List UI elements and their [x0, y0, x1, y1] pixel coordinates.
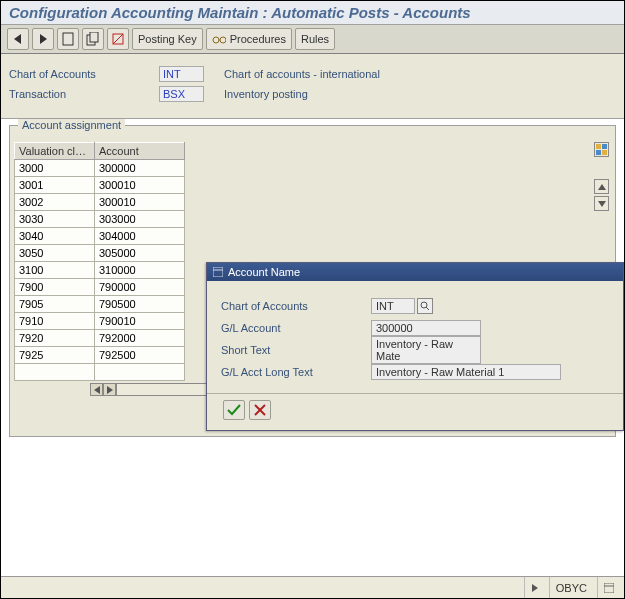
dialog-ok-button[interactable]: [223, 400, 245, 420]
search-help-icon: [420, 301, 430, 311]
cell-account[interactable]: 300010: [95, 194, 185, 211]
dialog-titlebar[interactable]: Account Name: [207, 263, 623, 281]
status-layout[interactable]: [597, 577, 620, 598]
scroll-down-button[interactable]: [594, 196, 609, 211]
dlg-gl-label: G/L Account: [221, 322, 371, 334]
dlg-coa-value[interactable]: INT: [371, 298, 415, 314]
svg-marker-14: [598, 184, 606, 190]
svg-marker-16: [94, 386, 100, 394]
cell-account[interactable]: 790010: [95, 313, 185, 330]
new-entries-button[interactable]: [57, 28, 79, 50]
table-row[interactable]: 3001300010: [15, 177, 185, 194]
table-row[interactable]: 7920792000: [15, 330, 185, 347]
svg-rect-12: [596, 150, 601, 155]
table-row[interactable]: [15, 364, 185, 381]
cell-account[interactable]: 790000: [95, 279, 185, 296]
cell-account[interactable]: 305000: [95, 245, 185, 262]
transaction-desc: Inventory posting: [224, 88, 308, 100]
table-row[interactable]: 3100310000: [15, 262, 185, 279]
grid-config-icon: [596, 144, 607, 155]
triangle-right-icon: [106, 386, 114, 394]
coa-desc: Chart of accounts - international: [224, 68, 380, 80]
table-row[interactable]: 7905790500: [15, 296, 185, 313]
transaction-value: BSX: [159, 86, 204, 102]
table-row[interactable]: 3002300010: [15, 194, 185, 211]
svg-point-7: [213, 37, 219, 43]
cell-account[interactable]: 300000: [95, 160, 185, 177]
triangle-down-icon: [598, 201, 606, 207]
section-title: Account assignment: [18, 119, 125, 131]
prev-button[interactable]: [7, 28, 29, 50]
copy-icon: [86, 32, 100, 46]
svg-point-8: [220, 37, 226, 43]
cell-account[interactable]: 300010: [95, 177, 185, 194]
delete-button[interactable]: [107, 28, 129, 50]
cell-account[interactable]: 304000: [95, 228, 185, 245]
cell-valuation-class[interactable]: 3100: [15, 262, 95, 279]
table-row[interactable]: 3000300000: [15, 160, 185, 177]
svg-marker-0: [14, 34, 21, 44]
svg-rect-10: [596, 144, 601, 149]
triangle-left-icon: [93, 386, 101, 394]
svg-line-6: [113, 34, 123, 44]
toolbar: Posting Key Procedures Rules: [1, 25, 624, 54]
svg-rect-13: [602, 150, 607, 155]
dialog-cancel-button[interactable]: [249, 400, 271, 420]
cell-valuation-class[interactable]: 3002: [15, 194, 95, 211]
table-row[interactable]: 7925792500: [15, 347, 185, 364]
assignment-table[interactable]: Valuation cl… Account 300030000030013000…: [14, 142, 185, 381]
cell-account[interactable]: [95, 364, 185, 381]
cell-valuation-class[interactable]: 7920: [15, 330, 95, 347]
dlg-short-value: Inventory - Raw Mate: [371, 336, 481, 364]
col-valuation-class[interactable]: Valuation cl…: [15, 143, 95, 160]
scroll-up-button[interactable]: [594, 179, 609, 194]
copy-button[interactable]: [82, 28, 104, 50]
procedures-button[interactable]: Procedures: [206, 28, 292, 50]
table-row[interactable]: 3050305000: [15, 245, 185, 262]
scroll-left[interactable]: [103, 383, 116, 396]
cell-valuation-class[interactable]: 3030: [15, 211, 95, 228]
dlg-short-label: Short Text: [221, 344, 371, 356]
table-row[interactable]: 3040304000: [15, 228, 185, 245]
triangle-up-icon: [598, 184, 606, 190]
dlg-coa-label: Chart of Accounts: [221, 300, 371, 312]
page-title: Configuration Accounting Maintain : Auto…: [1, 1, 624, 25]
next-button[interactable]: [32, 28, 54, 50]
cell-valuation-class[interactable]: [15, 364, 95, 381]
cell-valuation-class[interactable]: 3040: [15, 228, 95, 245]
posting-key-button[interactable]: Posting Key: [132, 28, 203, 50]
svg-marker-1: [40, 34, 47, 44]
cell-account[interactable]: 310000: [95, 262, 185, 279]
account-name-dialog: Account Name Chart of Accounts INT G/L A…: [206, 262, 624, 431]
rules-button[interactable]: Rules: [295, 28, 335, 50]
table-row[interactable]: 7900790000: [15, 279, 185, 296]
cell-valuation-class[interactable]: 3000: [15, 160, 95, 177]
cell-account[interactable]: 792500: [95, 347, 185, 364]
cell-account[interactable]: 303000: [95, 211, 185, 228]
cell-account[interactable]: 792000: [95, 330, 185, 347]
window-icon: [213, 267, 223, 277]
cell-valuation-class[interactable]: 7900: [15, 279, 95, 296]
svg-rect-11: [602, 144, 607, 149]
svg-line-23: [426, 307, 429, 310]
coa-label: Chart of Accounts: [9, 68, 159, 80]
scroll-left-first[interactable]: [90, 383, 103, 396]
header-area: Chart of Accounts INT Chart of accounts …: [1, 54, 624, 119]
table-row[interactable]: 3030303000: [15, 211, 185, 228]
cell-valuation-class[interactable]: 3001: [15, 177, 95, 194]
cell-valuation-class[interactable]: 7905: [15, 296, 95, 313]
svg-rect-27: [604, 583, 614, 593]
search-help-button[interactable]: [417, 298, 433, 314]
coa-value: INT: [159, 66, 204, 82]
col-account[interactable]: Account: [95, 143, 185, 160]
cell-valuation-class[interactable]: 7925: [15, 347, 95, 364]
dialog-title-text: Account Name: [228, 266, 300, 278]
cell-valuation-class[interactable]: 3050: [15, 245, 95, 262]
triangle-right-icon: [531, 584, 539, 592]
cell-account[interactable]: 790500: [95, 296, 185, 313]
status-nav[interactable]: [524, 577, 545, 598]
table-settings-button[interactable]: [594, 142, 609, 157]
layout-icon: [604, 583, 614, 593]
table-row[interactable]: 7910790010: [15, 313, 185, 330]
cell-valuation-class[interactable]: 7910: [15, 313, 95, 330]
